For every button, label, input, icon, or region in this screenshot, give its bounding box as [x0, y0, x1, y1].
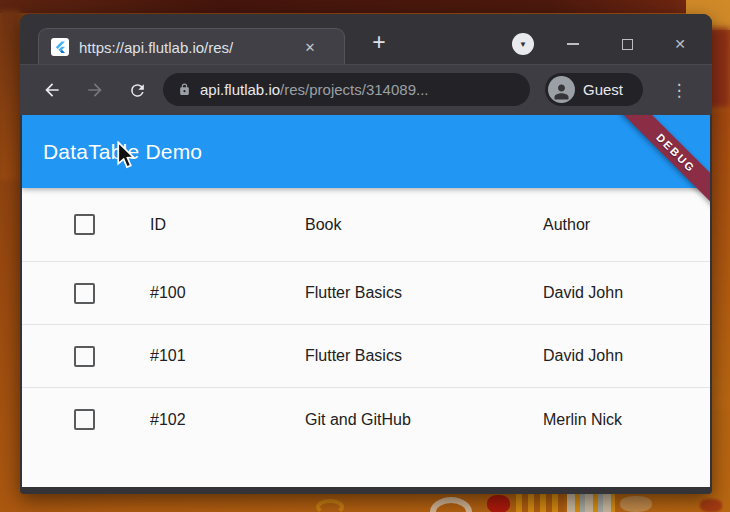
wallpaper-artwork: [430, 497, 472, 512]
url-text: api.flutlab.io/res/projects/314089...: [200, 81, 428, 98]
tab-strip: https://api.flutlab.io/res/ ✕ + ▼ ✕: [20, 14, 712, 65]
header-checkbox-cell: [22, 214, 150, 235]
back-button[interactable]: [40, 78, 64, 102]
app-bar: DataTable Demo: [22, 115, 710, 188]
data-table: ID Book Author #100 Flutter Basics David…: [22, 188, 710, 451]
forward-arrow-icon: [85, 80, 105, 100]
cell-book: Flutter Basics: [305, 347, 543, 365]
wallpaper-top-band: [0, 0, 730, 13]
maximize-button[interactable]: [614, 32, 640, 56]
cell-author: David John: [543, 347, 710, 365]
forward-button[interactable]: [83, 78, 107, 102]
close-window-button[interactable]: ✕: [667, 32, 693, 56]
profile-button[interactable]: Guest: [545, 73, 643, 106]
table-row: #101 Flutter Basics David John: [22, 325, 710, 388]
cell-author: Merlin Nick: [543, 411, 710, 429]
row-checkbox-cell: [22, 283, 150, 304]
tab-title-fade: [275, 39, 297, 56]
wallpaper-artwork: [516, 494, 564, 512]
browser-window: https://api.flutlab.io/res/ ✕ + ▼ ✕: [20, 14, 712, 494]
cell-id: #100: [150, 284, 305, 302]
select-all-checkbox[interactable]: [74, 214, 95, 235]
row-checkbox-cell: [22, 346, 150, 367]
profile-name: Guest: [583, 81, 623, 98]
wallpaper-artwork: [567, 494, 615, 512]
browser-tab[interactable]: https://api.flutlab.io/res/ ✕: [38, 28, 345, 65]
minimize-button[interactable]: [560, 32, 586, 56]
wallpaper-artwork: [316, 499, 344, 512]
page-title: DataTable Demo: [43, 140, 202, 164]
row-checkbox[interactable]: [74, 346, 95, 367]
app-content: DataTable Demo DEBUG ID Book Author #100…: [22, 115, 710, 487]
minimize-icon: [567, 43, 579, 45]
address-bar[interactable]: api.flutlab.io/res/projects/314089...: [163, 73, 530, 106]
cell-author: David John: [543, 284, 710, 302]
cell-book: Flutter Basics: [305, 284, 543, 302]
new-tab-button[interactable]: +: [364, 27, 394, 57]
cell-book: Git and GitHub: [305, 411, 543, 429]
lock-icon[interactable]: [178, 82, 191, 97]
header-book: Book: [305, 216, 543, 234]
tab-close-icon[interactable]: ✕: [299, 36, 321, 58]
url-path: /res/projects/314089...: [280, 81, 428, 98]
tab-search-button[interactable]: ▼: [512, 33, 534, 55]
table-body: #100 Flutter Basics David John #101 Flut…: [22, 262, 710, 451]
tab-title: https://api.flutlab.io/res/: [79, 39, 297, 56]
header-author: Author: [543, 216, 710, 234]
back-arrow-icon: [42, 80, 62, 100]
flutter-favicon-icon: [51, 38, 69, 56]
person-icon: [551, 81, 572, 102]
row-checkbox[interactable]: [74, 409, 95, 430]
wallpaper-blob: [0, 10, 20, 180]
reload-icon: [128, 81, 147, 100]
cell-id: #102: [150, 411, 305, 429]
row-checkbox-cell: [22, 409, 150, 430]
row-checkbox[interactable]: [74, 283, 95, 304]
chevron-down-icon: ▼: [519, 41, 527, 49]
avatar: [548, 76, 575, 103]
table-row: #102 Git and GitHub Merlin Nick: [22, 388, 710, 451]
header-id: ID: [150, 216, 305, 234]
browser-menu-button[interactable]: ⋮: [666, 77, 692, 103]
table-row: #100 Flutter Basics David John: [22, 262, 710, 325]
wallpaper-artwork: [620, 496, 652, 512]
cell-id: #101: [150, 347, 305, 365]
wallpaper-artwork: [487, 495, 510, 512]
url-host: api.flutlab.io: [200, 81, 280, 98]
table-header-row: ID Book Author: [22, 188, 710, 262]
reload-button[interactable]: [125, 78, 149, 102]
maximize-icon: [622, 39, 633, 50]
browser-toolbar: api.flutlab.io/res/projects/314089... Gu…: [20, 65, 712, 115]
wallpaper-artwork: [700, 499, 722, 512]
